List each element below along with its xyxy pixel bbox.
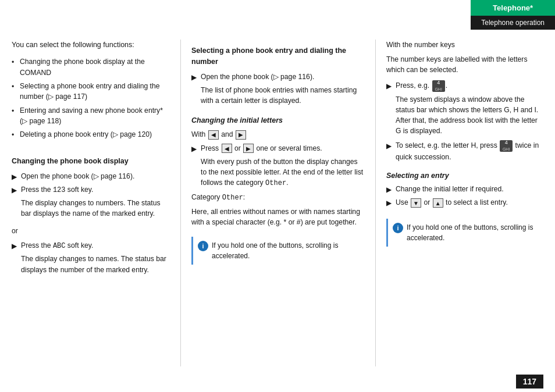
column-separator-right <box>375 40 376 366</box>
step1-text: Open the phone book (▷ page 116). <box>21 171 170 181</box>
column-separator-left <box>180 40 181 366</box>
bullet-text: Selecting a phone book entry and dialing… <box>20 81 170 102</box>
or-text: or <box>12 226 170 237</box>
other-code: Other <box>265 179 286 187</box>
middle-column: Selecting a phone book entry and dialing… <box>191 40 365 366</box>
step2-text: Press the 123 soft key. <box>21 184 170 195</box>
with-and-text: With ◀ and ▶ <box>191 129 365 140</box>
key-btn-4: 4GHI <box>432 80 445 92</box>
arrow-icon: ▶ <box>12 172 21 182</box>
right-step2-text: To select, e.g. the letter H, press 4GHI… <box>396 140 543 162</box>
right-step2-arrow-item: ▶ To select, e.g. the letter H, press 4G… <box>386 140 543 162</box>
info-icon-right: i <box>393 223 403 233</box>
info-box-mid: i If you hold one of the buttons, scroll… <box>191 237 365 265</box>
footer: 117 <box>0 372 555 392</box>
arrow-icon: ▶ <box>191 72 201 83</box>
info-text-right: If you hold one of the buttons, scrollin… <box>407 222 539 243</box>
bullet-text: Deleting a phone book entry (▷ page 120) <box>20 129 152 140</box>
entry-step2-text: Use ▼ or ▲ to select a list entry. <box>396 197 543 208</box>
tab-telephone: Telephone* <box>471 0 555 16</box>
bullet-text: Entering and saving a new phone book ent… <box>20 105 170 127</box>
other-code-2: Other <box>222 194 243 202</box>
list-item: • Entering and saving a new phone book e… <box>12 105 170 127</box>
right-step1-desc: The system displays a window above the s… <box>396 94 543 137</box>
list-item: • Changing the phone book display at the… <box>12 56 170 78</box>
arrow-icon: ▶ <box>386 81 396 91</box>
right-step1-text: Press, e.g. 4GHI. <box>396 80 543 92</box>
mid-step1-arrow-item: ▶ Open the phone book (▷ page 116). <box>191 72 365 83</box>
right-step1-arrow-item: ▶ Press, e.g. 4GHI. <box>386 80 543 92</box>
arrow-icon: ▶ <box>12 185 21 195</box>
mid-step2-arrow-item: ▶ Press ◀ or ▶ one or several times. <box>191 143 365 154</box>
subsection-heading-initial-letters: Changing the initial letters <box>191 115 365 126</box>
page-number: 117 <box>516 375 543 389</box>
mid-step2-desc: With every push of the button the displa… <box>201 156 365 189</box>
entry-step2-arrow-item: ▶ Use ▼ or ▲ to select a list entry. <box>386 197 543 208</box>
arrow-icon: ▶ <box>12 241 21 251</box>
right-column: With the number keys The number keys are… <box>386 40 543 366</box>
left-nav-btn-2: ◀ <box>222 144 232 153</box>
bullet-dot: • <box>12 106 20 116</box>
content: You can select the following functions: … <box>0 30 555 372</box>
info-box-right: i If you hold one of the buttons, scroll… <box>386 219 543 247</box>
bullet-text: Changing the phone book display at the C… <box>20 56 170 78</box>
header: Telephone* Telephone operation <box>0 0 555 30</box>
list-item: • Selecting a phone book entry and diali… <box>12 81 170 102</box>
arrow-icon: ▶ <box>386 141 396 151</box>
intro-text: You can select the following functions: <box>12 40 170 51</box>
left-nav-btn: ◀ <box>208 130 219 140</box>
section-heading-select-dial: Selecting a phone book entry and dialing… <box>191 45 365 68</box>
bullet-dot: • <box>12 130 20 140</box>
info-text-mid: If you hold one of the buttons, scrollin… <box>212 240 360 261</box>
page-wrapper: Telephone* Telephone operation You can s… <box>0 0 555 392</box>
step2-desc: The display changes to numbers. The stat… <box>21 198 170 219</box>
step2-arrow-item: ▶ Press the 123 soft key. <box>12 184 170 195</box>
code-abc: ABC <box>53 242 66 250</box>
arrow-icon: ▶ <box>191 144 201 154</box>
tab-operation: Telephone operation <box>471 16 555 30</box>
with-number-keys-heading: With the number keys <box>386 40 543 51</box>
subsection-heading-selecting-entry: Selecting an entry <box>386 170 543 181</box>
list-item: • Deleting a phone book entry (▷ page 12… <box>12 129 170 140</box>
up-nav-btn: ▲ <box>433 198 443 208</box>
arrow-icon: ▶ <box>386 198 396 208</box>
info-icon: i <box>198 241 208 251</box>
step3-desc: The display changes to names. The status… <box>21 254 170 275</box>
entry-step1-text: Change the initial letter if required. <box>396 184 543 194</box>
step1-arrow-item: ▶ Open the phone book (▷ page 116). <box>12 171 170 182</box>
section-heading-phonebook-display: Changing the phone book display <box>12 156 170 167</box>
number-keys-desc: The number keys are labelled with the le… <box>386 54 543 76</box>
entry-step1-arrow-item: ▶ Change the initial letter if required. <box>386 184 543 195</box>
mid-step2-text: Press ◀ or ▶ one or several times. <box>201 143 365 154</box>
right-nav-btn: ▶ <box>236 130 246 140</box>
bullet-dot: • <box>12 81 20 92</box>
step3-text: Press the ABC soft key. <box>21 240 170 251</box>
category-line: Category Other: <box>191 192 365 204</box>
mid-step1-text: Open the phone book (▷ page 116). <box>201 72 365 82</box>
down-nav-btn: ▼ <box>411 198 421 208</box>
bullet-list: • Changing the phone book display at the… <box>12 56 170 143</box>
mid-step1-desc: The list of phone book entries with name… <box>201 85 365 106</box>
header-tabs: Telephone* Telephone operation <box>471 0 555 30</box>
key-btn-4-b: 4GHI <box>500 140 513 152</box>
step3-arrow-item: ▶ Press the ABC soft key. <box>12 240 170 251</box>
code-123: 123 <box>53 186 66 194</box>
category-desc: Here, all entries without names or with … <box>191 206 365 228</box>
right-nav-btn-2: ▶ <box>243 144 254 153</box>
arrow-icon: ▶ <box>386 184 396 195</box>
left-column: You can select the following functions: … <box>12 40 170 366</box>
bullet-dot: • <box>12 57 20 67</box>
